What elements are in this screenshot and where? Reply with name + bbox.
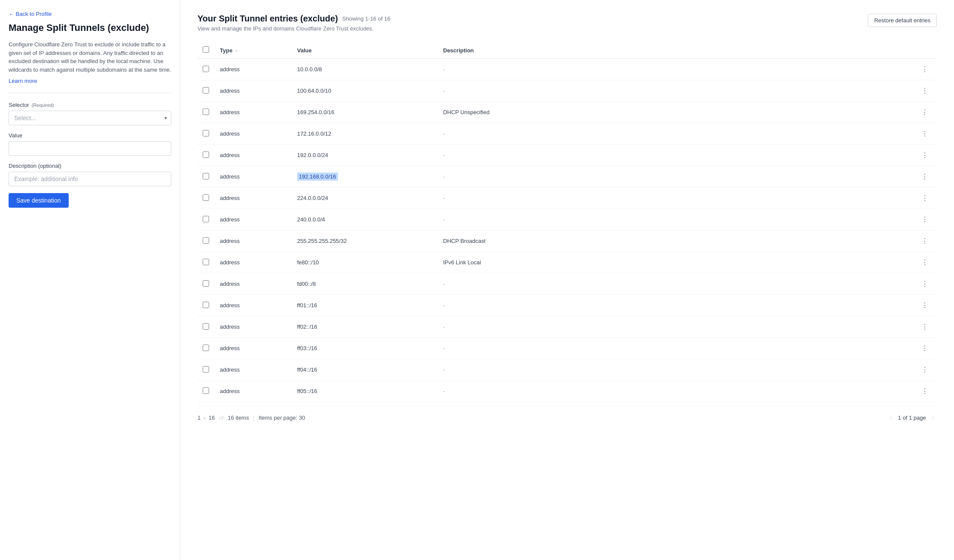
- row-type: address: [215, 166, 292, 188]
- row-checkbox[interactable]: [203, 259, 209, 265]
- row-checkbox[interactable]: [203, 87, 209, 94]
- pagination-items-per-page: Items per page: 30: [258, 415, 305, 421]
- row-checkbox-cell: [197, 230, 215, 252]
- pagination-total: 16 items: [228, 415, 249, 421]
- right-panel: Your Split Tunnel entries (exclude) Show…: [180, 0, 954, 560]
- learn-more-link[interactable]: Learn more: [9, 78, 37, 84]
- pagination-info: 1 - 16 of 16 items | Items per page: 30: [197, 415, 305, 421]
- row-checkbox[interactable]: [203, 387, 209, 394]
- table-row: addressfd00::/8-⋮: [197, 273, 937, 295]
- row-checkbox-cell: [197, 188, 215, 209]
- next-page-button[interactable]: ›: [930, 413, 937, 422]
- row-type: address: [215, 381, 292, 402]
- select-all-checkbox[interactable]: [203, 46, 209, 53]
- row-value: fd00::/8: [292, 273, 438, 295]
- row-action-cell: ⋮: [913, 252, 937, 273]
- row-checkbox-cell: [197, 123, 215, 145]
- pagination-nav: ‹ 1 of 1 page ›: [887, 413, 937, 422]
- row-action-button[interactable]: ⋮: [918, 192, 932, 204]
- row-action-button[interactable]: ⋮: [918, 235, 932, 247]
- row-value: ff01::/16: [292, 295, 438, 316]
- selector-select[interactable]: Select...: [9, 111, 171, 125]
- row-checkbox[interactable]: [203, 302, 209, 308]
- selector-wrapper: Select... ▾: [9, 111, 171, 125]
- row-type: address: [215, 123, 292, 145]
- save-destination-button[interactable]: Save destination: [9, 193, 69, 208]
- row-checkbox-cell: [197, 252, 215, 273]
- description-text: Configure Cloudflare Zero Trust to exclu…: [9, 40, 171, 74]
- row-checkbox-cell: [197, 80, 215, 102]
- row-action-button[interactable]: ⋮: [918, 64, 932, 75]
- description-label: Description (optional): [9, 163, 171, 169]
- table-row: address10.0.0.0/8-⋮: [197, 59, 937, 80]
- row-action-button[interactable]: ⋮: [918, 278, 932, 290]
- row-action-button[interactable]: ⋮: [918, 85, 932, 97]
- row-action-button[interactable]: ⋮: [918, 106, 932, 118]
- row-type: address: [215, 230, 292, 252]
- row-checkbox[interactable]: [203, 216, 209, 222]
- row-description: -: [438, 188, 913, 209]
- row-value: 192.0.0.0/24: [292, 145, 438, 166]
- row-action-button[interactable]: ⋮: [918, 342, 932, 354]
- table-row: addressff02::/16-⋮: [197, 316, 937, 338]
- row-type: address: [215, 252, 292, 273]
- table-row: addressff01::/16-⋮: [197, 295, 937, 316]
- row-action-cell: ⋮: [913, 59, 937, 80]
- tunnel-table: Type ↑ Value Description address10.0.0.0…: [197, 42, 937, 402]
- row-action-button[interactable]: ⋮: [918, 300, 932, 311]
- row-checkbox[interactable]: [203, 194, 209, 201]
- row-value: 169.254.0.0/16: [292, 102, 438, 123]
- description-input[interactable]: [9, 172, 171, 186]
- row-action-button[interactable]: ⋮: [918, 171, 932, 182]
- row-action-button[interactable]: ⋮: [918, 385, 932, 397]
- table-row: addressfe80::/10IPv6 Link Local⋮: [197, 252, 937, 273]
- row-checkbox[interactable]: [203, 237, 209, 244]
- row-action-button[interactable]: ⋮: [918, 257, 932, 268]
- row-type: address: [215, 273, 292, 295]
- description-column-header: Description: [438, 42, 913, 59]
- row-action-button[interactable]: ⋮: [918, 364, 932, 375]
- row-value: 224.0.0.0/24: [292, 188, 438, 209]
- row-checkbox[interactable]: [203, 173, 209, 179]
- row-checkbox[interactable]: [203, 66, 209, 72]
- row-checkbox[interactable]: [203, 109, 209, 115]
- row-action-button[interactable]: ⋮: [918, 214, 932, 225]
- row-checkbox[interactable]: [203, 366, 209, 372]
- section-subtitle: View and manage the IPs and domains Clou…: [197, 25, 390, 32]
- row-action-cell: ⋮: [913, 230, 937, 252]
- table-row: address255.255.255.255/32DHCP Broadcast⋮: [197, 230, 937, 252]
- back-to-profile-link[interactable]: ← Back to Profile: [9, 11, 52, 17]
- row-description: -: [438, 80, 913, 102]
- row-action-cell: ⋮: [913, 209, 937, 230]
- value-input[interactable]: [9, 141, 171, 156]
- row-checkbox[interactable]: [203, 151, 209, 158]
- selector-label: Selector (Required): [9, 102, 171, 108]
- row-action-cell: ⋮: [913, 359, 937, 381]
- prev-page-button[interactable]: ‹: [887, 413, 894, 422]
- row-checkbox-cell: [197, 102, 215, 123]
- row-checkbox[interactable]: [203, 323, 209, 330]
- row-description: -: [438, 145, 913, 166]
- row-checkbox[interactable]: [203, 130, 209, 136]
- row-description: -: [438, 316, 913, 338]
- row-checkbox-cell: [197, 359, 215, 381]
- row-action-cell: ⋮: [913, 381, 937, 402]
- table-body: address10.0.0.0/8-⋮address100.64.0.0/10-…: [197, 59, 937, 402]
- tunnel-table-container: Type ↑ Value Description address10.0.0.0…: [197, 42, 937, 422]
- showing-badge: Showing 1-16 of 16: [342, 15, 390, 22]
- row-action-cell: ⋮: [913, 338, 937, 359]
- row-checkbox[interactable]: [203, 280, 209, 287]
- value-label: Value: [9, 132, 171, 139]
- row-action-button[interactable]: ⋮: [918, 128, 932, 139]
- row-value: fe80::/10: [292, 252, 438, 273]
- row-checkbox[interactable]: [203, 345, 209, 351]
- row-action-button[interactable]: ⋮: [918, 149, 932, 161]
- row-action-button[interactable]: ⋮: [918, 321, 932, 333]
- restore-default-button[interactable]: Restore default entries: [868, 14, 937, 27]
- divider: [9, 93, 171, 93]
- row-type: address: [215, 188, 292, 209]
- row-description: -: [438, 209, 913, 230]
- row-description: -: [438, 273, 913, 295]
- row-value: 240.0.0.0/4: [292, 209, 438, 230]
- row-action-cell: ⋮: [913, 316, 937, 338]
